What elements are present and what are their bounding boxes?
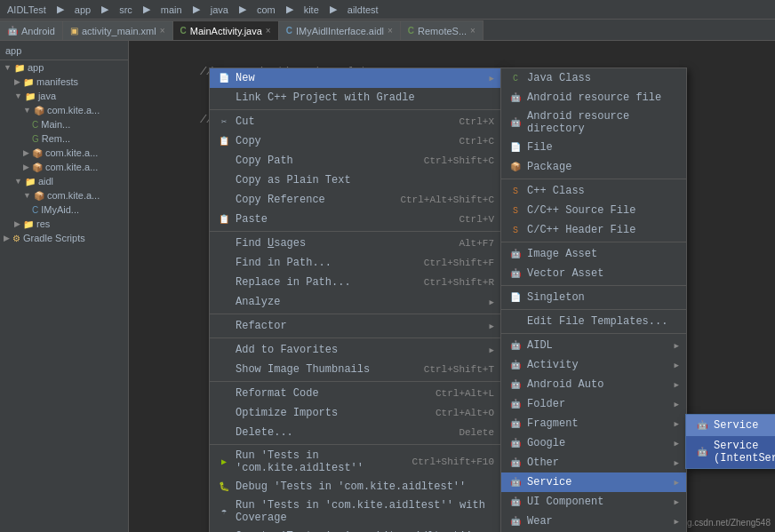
tree-item-app[interactable]: ▼ 📁 app bbox=[0, 60, 128, 75]
menu-item-refactor[interactable]: Refactor ▶ bbox=[210, 316, 501, 336]
menu2-fragment[interactable]: 🤖 Fragment ▶ bbox=[501, 414, 686, 433]
menu2-android-auto-label: Android Auto bbox=[527, 378, 603, 391]
tab-remote[interactable]: C RemoteS... × bbox=[401, 20, 483, 40]
context-menu-3: 🤖 Service 🤖 Service (IntentService) bbox=[685, 414, 775, 469]
menu-item-add-favorites[interactable]: Add to Favorites ▶ bbox=[210, 340, 501, 360]
menu-find-path-label: Find in Path... bbox=[236, 257, 332, 269]
tab-main-close[interactable]: × bbox=[266, 26, 271, 36]
coverage-icon: ☂ bbox=[217, 504, 231, 519]
menu2-other[interactable]: 🤖 Other ▶ bbox=[501, 453, 686, 472]
tab-activity-xml[interactable]: ▣ activity_main.xml × bbox=[63, 20, 173, 40]
menu2-file[interactable]: 📄 File bbox=[501, 138, 686, 157]
menu2-singleton-label: Singleton bbox=[527, 291, 585, 304]
tree-item-com3[interactable]: ▶ 📦 com.kite.a... bbox=[0, 160, 128, 174]
res-icon: 📁 bbox=[23, 219, 34, 229]
menu-item-create[interactable]: ✎ Create 'Tests in 'com.kite.aidltest''.… bbox=[210, 527, 501, 532]
menu2-file-label: File bbox=[527, 141, 553, 154]
menu3-intent-service[interactable]: 🤖 Service (IntentService) bbox=[686, 436, 775, 468]
tree-item-main[interactable]: C Main... bbox=[0, 117, 128, 131]
menu-item-copy-plain[interactable]: Copy as Plain Text bbox=[210, 171, 501, 190]
menu2-singleton[interactable]: 📄 Singleton bbox=[501, 288, 686, 307]
tree-item-com-aidl[interactable]: ▼ 📦 com.kite.a... bbox=[0, 188, 128, 202]
menu-refactor-label: Refactor bbox=[236, 320, 287, 332]
tree-arrow-app: ▼ bbox=[4, 63, 12, 72]
tab-xml-label: activity_main.xml bbox=[82, 26, 156, 36]
tab-aidl-close[interactable]: × bbox=[388, 26, 393, 36]
menu2-image-asset[interactable]: 🤖 Image Asset bbox=[501, 244, 686, 264]
toolbar-java: java bbox=[207, 4, 232, 15]
replace-path-icon bbox=[217, 275, 231, 290]
optimize-icon bbox=[217, 406, 231, 420]
menu-item-find-path[interactable]: Find in Path... Ctrl+Shift+F bbox=[210, 253, 501, 273]
menu2-cpp-class[interactable]: S C++ Class bbox=[501, 181, 686, 201]
tree-item-imyaidl[interactable]: C IMyAid... bbox=[0, 202, 128, 217]
tree-item-java[interactable]: ▼ 📁 java bbox=[0, 89, 128, 103]
menu-item-copy-ref[interactable]: Copy Reference Ctrl+Alt+Shift+C bbox=[210, 190, 501, 210]
ui-component-icon: 🤖 bbox=[508, 495, 523, 509]
menu2-android-auto[interactable]: 🤖 Android Auto ▶ bbox=[501, 375, 686, 394]
tab-android-label: Android bbox=[21, 26, 55, 36]
menu-item-copy[interactable]: 📋 Copy Ctrl+C bbox=[210, 131, 501, 151]
menu2-ui-label: UI Component bbox=[527, 496, 603, 508]
menu-item-cut[interactable]: ✂ Cut Ctrl+X bbox=[210, 112, 501, 131]
tree-item-gradle[interactable]: ▶ ⚙ Gradle Scripts bbox=[0, 231, 128, 245]
menu2-aidl-label: AIDL bbox=[527, 339, 553, 352]
menu-item-analyze[interactable]: Analyze ▶ bbox=[210, 292, 501, 312]
m2sep-2 bbox=[501, 242, 686, 242]
menu2-package[interactable]: 📦 Package bbox=[501, 157, 686, 177]
menu2-folder-label: Folder bbox=[527, 398, 565, 410]
tree-item-res[interactable]: ▶ 📁 res bbox=[0, 217, 128, 231]
tab-mainactivity[interactable]: C MainActivity.java × bbox=[173, 20, 279, 40]
menu-item-copy-path[interactable]: Copy Path Ctrl+Shift+C bbox=[210, 151, 501, 171]
menu2-activity[interactable]: 🤖 Activity ▶ bbox=[501, 355, 686, 375]
menu-item-link-cpp[interactable]: Link C++ Project with Gradle bbox=[210, 88, 501, 107]
menu2-google[interactable]: 🤖 Google ▶ bbox=[501, 433, 686, 453]
sep-4 bbox=[210, 337, 501, 338]
menu2-aidl[interactable]: 🤖 AIDL ▶ bbox=[501, 336, 686, 355]
java-class-icon: C bbox=[508, 71, 523, 85]
menu-item-run[interactable]: ▶ Run 'Tests in 'com.kite.aidltest'' Ctr… bbox=[210, 447, 501, 477]
tab-xml-close[interactable]: × bbox=[160, 26, 165, 36]
menu2-edit-templates[interactable]: Edit File Templates... bbox=[501, 312, 686, 331]
copy-path-shortcut: Ctrl+Shift+C bbox=[406, 155, 494, 166]
tree-item-com1[interactable]: ▼ 📦 com.kite.a... bbox=[0, 103, 128, 117]
toolbar-com: com bbox=[253, 4, 279, 15]
menu2-cpp-src[interactable]: S C/C++ Source File bbox=[501, 201, 686, 220]
ui-arrow: ▶ bbox=[675, 497, 679, 507]
tab-remote-close[interactable]: × bbox=[470, 26, 475, 36]
menu2-folder[interactable]: 🤖 Folder ▶ bbox=[501, 394, 686, 414]
menu2-ui-component[interactable]: 🤖 UI Component ▶ bbox=[501, 492, 686, 512]
menu2-vector-asset[interactable]: 🤖 Vector Asset bbox=[501, 264, 686, 283]
menu2-service[interactable]: 🤖 Service ▶ bbox=[501, 472, 686, 492]
tree-item-aidl[interactable]: ▼ 📁 aidl bbox=[0, 174, 128, 188]
menu-item-coverage[interactable]: ☂ Run 'Tests in 'com.kite.aidltest'' wit… bbox=[210, 496, 501, 527]
tree-item-rem[interactable]: G Rem... bbox=[0, 131, 128, 146]
menu3-service[interactable]: 🤖 Service bbox=[686, 415, 775, 436]
tree-item-manifests[interactable]: ▶ 📁 manifests bbox=[0, 75, 128, 89]
menu-item-optimize[interactable]: Optimize Imports Ctrl+Alt+O bbox=[210, 403, 501, 423]
tree-item-com2[interactable]: ▶ 📦 com.kite.a... bbox=[0, 146, 128, 160]
menu-item-thumbnails[interactable]: Show Image Thumbnails Ctrl+Shift+T bbox=[210, 360, 501, 379]
editor-area[interactable]: // communication channel to // Operation… bbox=[129, 41, 775, 532]
menu-item-delete[interactable]: Delete... Delete bbox=[210, 423, 501, 442]
menu-item-replace-path[interactable]: Replace in Path... Ctrl+Shift+R bbox=[210, 273, 501, 292]
android-res-dir-icon: 🤖 bbox=[508, 115, 523, 130]
menu2-wear[interactable]: 🤖 Wear ▶ bbox=[501, 512, 686, 531]
menu-item-debug[interactable]: 🐛 Debug 'Tests in 'com.kite.aidltest'' bbox=[210, 477, 501, 496]
menu2-android-res-dir[interactable]: 🤖 Android resource directory bbox=[501, 107, 686, 138]
menu-item-find-usages[interactable]: Find Usages Alt+F7 bbox=[210, 234, 501, 253]
menu-item-reformat[interactable]: Reformat Code Ctrl+Alt+L bbox=[210, 384, 501, 403]
favorites-arrow: ▶ bbox=[490, 345, 494, 355]
menu-item-new[interactable]: 📄 New ▶ bbox=[210, 68, 501, 88]
cut-shortcut: Ctrl+X bbox=[441, 116, 494, 127]
tree-label-com1: com.kite.a... bbox=[47, 105, 100, 115]
menu2-cpp-hdr[interactable]: S C/C++ Header File bbox=[501, 220, 686, 240]
menu-item-paste[interactable]: 📋 Paste Ctrl+V bbox=[210, 210, 501, 229]
tree-arrow-com1: ▼ bbox=[23, 106, 31, 115]
singleton-icon: 📄 bbox=[508, 290, 523, 305]
menu2-android-res-file[interactable]: 🤖 Android resource file bbox=[501, 88, 686, 107]
service-arrow: ▶ bbox=[675, 478, 679, 488]
tab-aidl[interactable]: C IMyAidlInterface.aidl × bbox=[279, 20, 401, 40]
menu2-java-class[interactable]: C Java Class bbox=[501, 68, 686, 88]
tab-android[interactable]: 🤖 Android bbox=[0, 20, 63, 40]
